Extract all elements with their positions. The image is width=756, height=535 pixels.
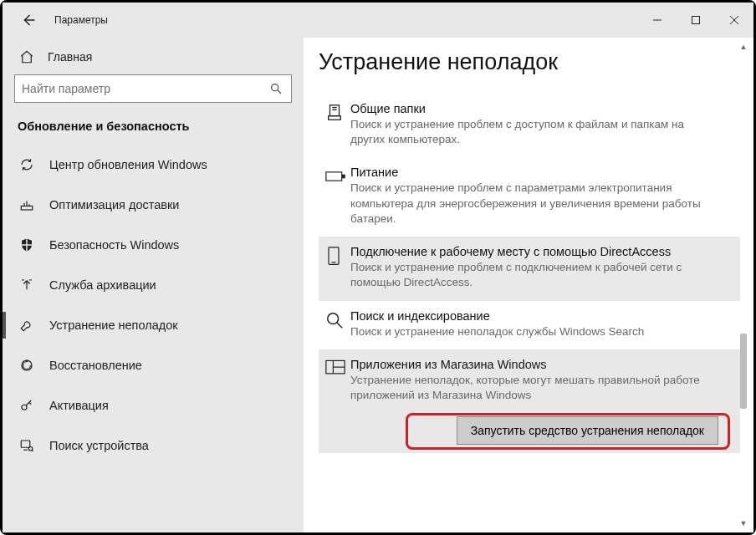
sidebar-item-label: Оптимизация доставки xyxy=(49,198,179,211)
delivery-icon xyxy=(18,197,36,212)
svg-point-22 xyxy=(328,313,339,324)
key-icon xyxy=(18,398,36,413)
troubleshooter-text: Общие папки Поиск и устранение проблем с… xyxy=(350,102,715,147)
sidebar-item-windows-update[interactable]: Центр обновления Windows xyxy=(3,145,304,185)
troubleshooter-title: Общие папки xyxy=(350,102,715,115)
sidebar-item-find-device[interactable]: Поиск устройства xyxy=(3,425,304,466)
troubleshooter-directaccess[interactable]: Подключение к рабочему месту с помощью D… xyxy=(319,237,740,300)
sidebar-item-backup[interactable]: Служба архивации xyxy=(3,265,304,305)
apps-icon xyxy=(325,358,350,403)
troubleshooter-text: Питание Поиск и устранение проблем с пар… xyxy=(350,166,715,227)
troubleshooter-title: Питание xyxy=(350,166,715,179)
sidebar-item-label: Служба архивации xyxy=(49,278,156,292)
troubleshooter-text: Приложения из Магазина Windows Устранени… xyxy=(350,358,715,403)
window-controls xyxy=(638,3,753,38)
svg-line-6 xyxy=(278,90,281,94)
titlebar: Параметры xyxy=(3,3,753,38)
troubleshooter-title: Приложения из Магазина Windows xyxy=(350,358,715,371)
troubleshooter-desc: Поиск и устранение проблем с параметрами… xyxy=(350,181,715,227)
svg-rect-14 xyxy=(330,105,340,116)
sidebar-item-label: Восстановление xyxy=(49,359,142,372)
magnify-icon xyxy=(325,309,350,339)
sync-icon xyxy=(18,157,36,172)
find-device-icon xyxy=(18,438,36,453)
sidebar-item-activation[interactable]: Активация xyxy=(3,385,304,425)
troubleshooter-desc: Поиск и устранение неполадок службы Wind… xyxy=(350,324,715,339)
troubleshooter-list: Общие папки Поиск и устранение проблем с… xyxy=(319,94,753,453)
troubleshooter-desc: Поиск и устранение проблем с подключение… xyxy=(350,260,715,290)
troubleshooter-text: Поиск и индексирование Поиск и устранени… xyxy=(350,309,715,339)
svg-rect-2 xyxy=(692,17,700,24)
home-link[interactable]: Главная xyxy=(3,43,304,69)
window-frame: Параметры Главная xyxy=(0,0,756,535)
svg-point-5 xyxy=(272,84,278,91)
scrollbar[interactable] xyxy=(738,43,748,527)
sidebar-item-windows-security[interactable]: Безопасность Windows xyxy=(3,225,304,265)
shield-icon xyxy=(18,237,36,252)
nav-list: Центр обновления Windows Оптимизация дос… xyxy=(3,145,304,466)
svg-point-11 xyxy=(22,405,27,410)
sidebar-item-label: Устранение неполадок xyxy=(49,318,178,332)
svg-line-23 xyxy=(337,322,342,327)
maximize-button[interactable] xyxy=(677,3,715,38)
troubleshooter-shared-folders[interactable]: Общие папки Поиск и устранение проблем с… xyxy=(319,94,740,157)
back-button[interactable] xyxy=(18,9,39,31)
search-icon xyxy=(268,82,284,95)
home-label: Главная xyxy=(48,50,92,64)
troubleshooter-title: Поиск и индексирование xyxy=(350,309,715,323)
wrench-icon xyxy=(18,318,36,333)
close-button[interactable] xyxy=(715,3,753,38)
svg-rect-19 xyxy=(343,176,345,178)
page-title: Устранение неполадок xyxy=(319,49,753,75)
run-troubleshooter-button[interactable]: Запустить средство устранения неполадок xyxy=(457,416,718,445)
sidebar-item-recovery[interactable]: Восстановление xyxy=(3,345,304,385)
backup-icon xyxy=(18,278,36,293)
body: Главная Обновление и безопасность Центр … xyxy=(3,38,753,532)
sidebar-item-label: Поиск устройства xyxy=(49,439,149,452)
sidebar-item-delivery-optimization[interactable]: Оптимизация доставки xyxy=(3,185,304,225)
section-header: Обновление и безопасность xyxy=(3,111,304,145)
search-input[interactable] xyxy=(22,82,268,95)
content-area: Устранение неполадок Общие папки Поиск и… xyxy=(304,38,753,532)
home-icon xyxy=(18,49,36,64)
minimize-button[interactable] xyxy=(638,3,677,38)
sidebar-item-label: Активация xyxy=(49,399,109,412)
battery-icon xyxy=(325,166,350,227)
svg-rect-7 xyxy=(21,206,33,211)
svg-rect-18 xyxy=(326,172,342,181)
window-title: Параметры xyxy=(54,14,108,26)
scrollbar-thumb[interactable] xyxy=(740,334,747,409)
search-box[interactable] xyxy=(14,74,292,103)
phone-icon xyxy=(325,245,350,290)
sidebar-item-label: Безопасность Windows xyxy=(49,238,179,252)
svg-rect-17 xyxy=(329,116,341,120)
svg-rect-12 xyxy=(21,441,30,447)
troubleshooter-text: Подключение к рабочему месту с помощью D… xyxy=(350,245,715,290)
troubleshooter-windows-store-apps[interactable]: Приложения из Магазина Windows Устранени… xyxy=(319,349,740,453)
troubleshooter-power[interactable]: Питание Поиск и устранение проблем с пар… xyxy=(319,157,740,237)
sidebar-item-troubleshoot[interactable]: Устранение неполадок xyxy=(3,305,304,345)
svg-rect-9 xyxy=(22,244,32,246)
troubleshooter-desc: Поиск и устранение проблем с доступом к … xyxy=(350,117,715,147)
troubleshooter-search-indexing[interactable]: Поиск и индексирование Поиск и устранени… xyxy=(319,301,740,349)
sidebar: Главная Обновление и безопасность Центр … xyxy=(3,38,304,532)
recovery-icon xyxy=(18,358,36,373)
sidebar-item-label: Центр обновления Windows xyxy=(49,158,207,171)
troubleshooter-title: Подключение к рабочему месту с помощью D… xyxy=(350,245,715,258)
troubleshooter-desc: Устранение неполадок, которые могут меша… xyxy=(350,373,715,403)
server-icon xyxy=(325,102,350,147)
